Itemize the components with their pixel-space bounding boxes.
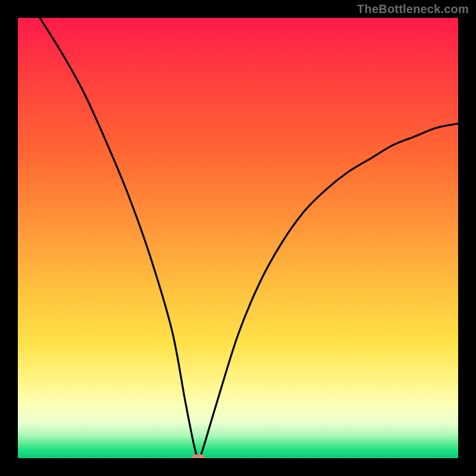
watermark-text: TheBottleneck.com <box>357 2 469 16</box>
chart-frame: TheBottleneck.com <box>0 0 476 476</box>
plot-area <box>18 18 458 458</box>
bottleneck-curve <box>18 18 458 458</box>
minimum-marker <box>192 455 205 459</box>
